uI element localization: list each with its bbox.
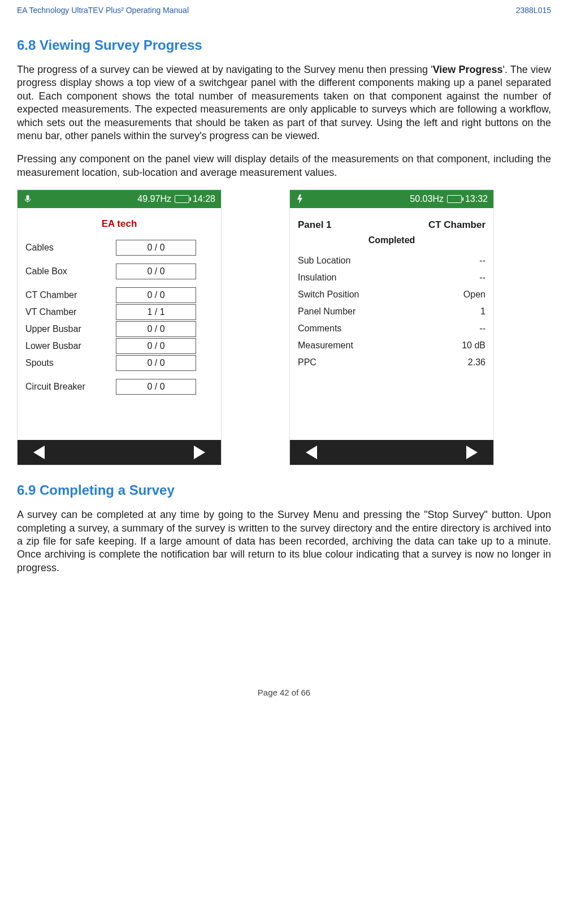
component-label: Upper Busbar [25,322,116,336]
doc-title: EA Technology UltraTEV Plus² Operating M… [17,6,189,15]
detail-row: Measurement10 dB [298,337,485,354]
prev-panel-button[interactable] [33,446,45,459]
component-row[interactable]: Upper Busbar0 / 0 [25,321,213,337]
device-screenshot-detail-view: 50.03Hz 13:32 Panel 1 CT Chamber Complet… [289,189,494,465]
device-screenshot-panel-view: 49.97Hz 14:28 EA tech Cables0 / 0Cable B… [17,189,222,465]
detail-value: 1 [480,306,485,317]
component-label: CT Chamber [428,219,485,231]
section-6-8-p1: The progress of a survey can be viewed a… [17,63,551,143]
component-row[interactable]: Circuit Breaker0 / 0 [25,379,213,395]
detail-row: Panel Number1 [298,303,485,320]
detail-label: Sub Location [298,256,350,266]
mic-icon [23,195,32,204]
detail-value: -- [479,256,485,266]
section-6-9-p1: A survey can be completed at any time by… [17,508,551,575]
component-label: Circuit Breaker [25,379,116,394]
detail-row: Sub Location-- [298,252,485,269]
component-count: 0 / 0 [116,379,196,395]
component-row[interactable]: Cables0 / 0 [25,240,213,256]
next-panel-button[interactable] [194,446,205,459]
detail-label: Panel Number [298,306,355,317]
component-label: Cable Box [25,264,116,279]
detail-value: 2.36 [468,357,485,368]
component-label: Cables [25,240,116,255]
component-count: 0 / 0 [116,355,196,371]
detail-row: Insulation-- [298,269,485,286]
component-count: 1 / 1 [116,304,196,320]
component-count: 0 / 0 [116,287,196,303]
time-label: 13:32 [465,194,488,204]
battery-icon [175,195,189,203]
screen-title: EA tech [102,218,137,229]
component-row[interactable]: Spouts0 / 0 [25,355,213,371]
detail-label: PPC [298,357,316,368]
component-count: 0 / 0 [116,240,196,256]
detail-label: Measurement [298,340,353,351]
nav-bar [290,440,493,465]
section-6-8-p2: Pressing any component on the panel view… [17,153,551,179]
detail-row: PPC2.36 [298,354,485,371]
doc-number: 2388L015 [516,6,551,15]
frequency-label: 50.03Hz [410,194,444,204]
time-label: 14:28 [193,194,215,204]
detail-value: -- [479,273,485,283]
detail-value: Open [463,290,485,300]
component-label: CT Chamber [25,288,116,303]
component-label: VT Chamber [25,305,116,319]
detail-value: -- [479,323,485,334]
detail-label: Switch Position [298,290,359,300]
detail-label: Comments [298,323,341,334]
component-row[interactable]: Cable Box0 / 0 [25,264,213,279]
detail-label: Insulation [298,273,337,283]
detail-row: Comments-- [298,320,485,337]
panel-label: Panel 1 [298,219,332,231]
detail-row: Switch PositionOpen [298,286,485,303]
status-label: Completed [298,235,485,245]
component-label: Spouts [25,356,116,370]
status-bar: 50.03Hz 13:32 [290,190,493,208]
detail-value: 10 dB [462,340,485,351]
frequency-label: 49.97Hz [137,194,171,204]
component-count: 0 / 0 [116,321,196,337]
component-count: 0 / 0 [116,264,196,279]
bolt-icon [296,195,305,204]
next-measurement-button[interactable] [466,446,478,459]
section-6-9-heading: 6.9 Completing a Survey [17,482,551,498]
component-label: Lower Busbar [25,339,116,353]
battery-icon [447,195,462,203]
component-row[interactable]: CT Chamber0 / 0 [25,287,213,303]
status-bar: 49.97Hz 14:28 [18,190,221,208]
component-row[interactable]: VT Chamber1 / 1 [25,304,213,320]
section-6-8-heading: 6.8 Viewing Survey Progress [17,37,551,53]
prev-measurement-button[interactable] [306,446,317,459]
page-footer: Page 42 of 66 [17,688,551,697]
nav-bar [18,440,221,465]
component-row[interactable]: Lower Busbar0 / 0 [25,338,213,354]
component-count: 0 / 0 [116,338,196,354]
